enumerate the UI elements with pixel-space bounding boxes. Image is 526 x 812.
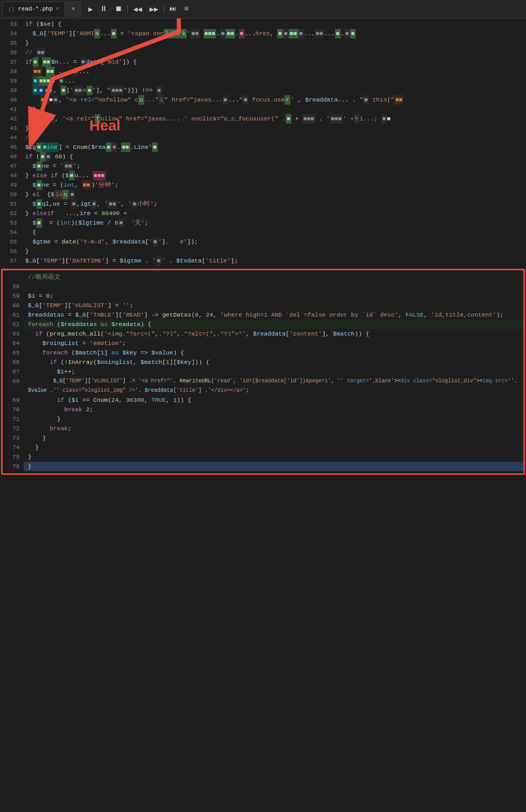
btn-end[interactable]: ⏭ <box>167 4 179 14</box>
code-line-46: 46 if (■■ 60) { <box>0 152 526 161</box>
upper-code: 33 if ($se) { 34 $_G['TEMP']['ADMIN...■ … <box>0 18 526 267</box>
code-line-43: 43 } <box>0 124 526 133</box>
btn-menu[interactable]: ≡ <box>182 4 190 14</box>
code-line-comment: //概局函文 <box>3 272 523 282</box>
code-line-48: 48 } else if ($■u... ■■■ <box>0 171 526 180</box>
code-line-40: 40 ■■■■, '<a rel="nofollow" cu..."1" hre… <box>0 95 526 105</box>
code-line-62: 62 foreach ($readdatas as $readata) { <box>3 320 523 329</box>
code-line-50: 50 } el {$lon■ <box>0 190 526 199</box>
code-line-47: 47 $■ne = '■■'; <box>0 161 526 171</box>
editor-container: ⟨⟩ read-*.php × × ▶ ⏸ ⏹ ◀◀ ▶▶ ⏭ ≡ 33 if … <box>0 0 526 812</box>
highlighted-code-section: //概局函文 58 59 $i = 0; 60 $_G['TEMP']['VLO… <box>1 269 525 475</box>
code-line-45: 45 $ig■■ine] = Cnum($rea■■.■■.Line'■ <box>0 143 526 152</box>
btn-pause[interactable]: ⏸ <box>98 4 109 14</box>
lower-code: //概局函文 58 59 $i = 0; 60 $_G['TEMP']['VLO… <box>3 270 523 473</box>
tab-read-php[interactable]: ⟨⟩ read-*.php × <box>2 2 65 16</box>
code-line-34: 34 $_G['TEMP']['ADMIN...■ = '<span oncli… <box>0 29 526 38</box>
code-line-71: 71 } <box>3 414 523 424</box>
tab-close[interactable]: × <box>56 6 59 12</box>
code-line-63: 63 if (preg_match_all('<img.*?src=(",.*?… <box>3 329 523 339</box>
code-line-74: 74 } <box>3 443 523 452</box>
code-line-35: 35 } <box>0 38 526 48</box>
code-line-42: 42 ■■■■■, '<a rel="follow" href="javas..… <box>0 114 526 124</box>
code-line-33: 33 if ($se) { <box>0 19 526 29</box>
code-line-67: 67 $i++; <box>3 367 523 377</box>
code-line-58: 58 <box>3 282 523 291</box>
code-line-55: 55 $gtme = date('Y-m-d', $readdata['■'].… <box>0 237 526 247</box>
code-line-52: 52 } elseif ...,ire < 86400 + <box>0 209 526 218</box>
code-line-37: 37 if■ ■■$n... = ■data['mid']) { <box>0 57 526 67</box>
code-line-59: 59 $i = 0; <box>3 291 523 301</box>
code-line-65: 65 foreach ($match[1] as $key => $value)… <box>3 348 523 358</box>
code-line-44: 44 // ? <box>0 133 526 143</box>
code-line-72: 72 break; <box>3 424 523 433</box>
code-line-57: 57 $_G['TEMP']['DATETIME'] = $igtme . '■… <box>0 256 526 266</box>
code-line-53: 53 $■ = (int)($lgtime / 8■ '天'; <box>0 218 526 228</box>
code-line-49: 49 $■ne = (int, ■■)'分钟'; <box>0 180 526 190</box>
tab-bar: ⟨⟩ read-*.php × × ▶ ⏸ ⏹ ◀◀ ▶▶ ⏭ ≡ <box>0 0 526 18</box>
code-line-36: 36 // ■■ <box>0 48 526 57</box>
code-line-39: 39 ■■■■■ ■... <box>0 76 526 86</box>
tab-icon: ⟨⟩ <box>8 6 15 13</box>
code-line-51: 51 $■ql,ue = ■,igt■, '■■', '■小时'; <box>0 199 526 209</box>
code-line-61: 61 $readdatas = $_G['TABLE']['READ'] -> … <box>3 310 523 320</box>
code-line-41: 41 } <box>0 105 526 114</box>
tab-secondary[interactable]: × <box>66 2 81 16</box>
code-line-69: 69 if ($i >= Cnum(24, 36300, TRUE, 1)) { <box>3 395 523 405</box>
code-line-73: 73 } <box>3 433 523 443</box>
tab-label-2: × <box>72 6 75 12</box>
code-line-39b: 39 ■■■■, ■['■■n■'], "■■■")]) !== ■ <box>0 86 526 95</box>
btn-stop[interactable]: ⏹ <box>113 4 124 14</box>
code-line-60: 60 $_G['TEMP']['VLOGLIST'] = ''; <box>3 301 523 310</box>
code-line-38: 38 ■■ ■■ ...<■... <box>0 67 526 76</box>
code-line-75: 75 } <box>3 452 523 462</box>
code-line-70: 70 break 2; <box>3 405 523 414</box>
code-line-64: 64 $roingList = 'emotion'; <box>3 339 523 348</box>
tab-label: read-*.php <box>18 6 53 12</box>
sep2 <box>164 5 164 13</box>
code-line-56: 56 } <box>0 247 526 256</box>
code-line-66: 66 if (!InArray($noinglist, $match[1][$k… <box>3 358 523 367</box>
sep1 <box>127 5 128 13</box>
btn-fwd[interactable]: ▶▶ <box>147 4 160 15</box>
code-line-76: 76 } <box>3 462 523 471</box>
code-line-68: 68 $_G['TEMP']['VLOGLIST'] .= '<a href="… <box>3 377 523 395</box>
btn-run[interactable]: ▶ <box>86 4 95 15</box>
code-line-54: 54 { <box>0 228 526 237</box>
btn-prev[interactable]: ◀◀ <box>131 4 144 15</box>
